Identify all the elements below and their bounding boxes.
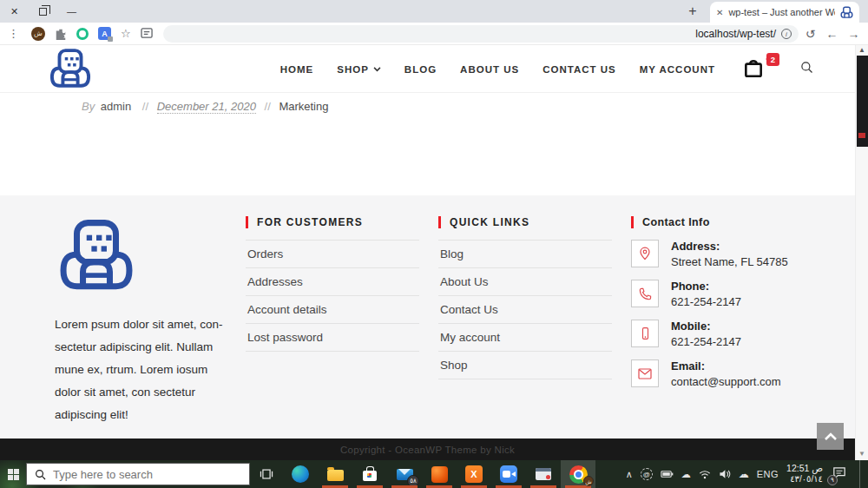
mobile-phone-icon	[631, 320, 659, 347]
window-restore-button[interactable]	[29, 0, 57, 23]
nav-item-shop[interactable]: SHOP	[337, 64, 381, 75]
footer-link-shop[interactable]: Shop	[438, 352, 612, 379]
footer-link-orders[interactable]: Orders	[246, 241, 419, 268]
contact-item-email: Email: contact@support.com	[631, 359, 835, 388]
taskbar-app-file-explorer[interactable]	[318, 460, 352, 488]
footer-about-column: Lorem psum dolor sit amet, con-sectetur …	[55, 216, 227, 426]
profile-avatar[interactable]: ش	[31, 27, 45, 41]
taskbar-search-box[interactable]	[26, 463, 250, 485]
wifi-icon[interactable]	[699, 470, 711, 479]
show-desktop-button[interactable]	[859, 460, 864, 488]
task-view-button[interactable]	[250, 460, 283, 488]
footer-link-account-details[interactable]: Account details	[246, 296, 419, 324]
window-close-button[interactable]: ✕	[0, 0, 29, 23]
tab-close-icon[interactable]: ✕	[716, 8, 723, 17]
minimize-icon: —	[67, 6, 76, 16]
footer-link-contact-us[interactable]: Contact Us	[438, 296, 612, 324]
tray-expand-chevron[interactable]: ∧	[626, 469, 633, 480]
taskbar-app-office[interactable]	[422, 460, 457, 488]
header-search-button[interactable]	[800, 61, 813, 77]
scrollbar-thumb[interactable]	[857, 56, 868, 147]
webpage: HOME SHOP BLOG ABOUT US CONTACT US MY AC…	[0, 45, 855, 460]
contact-item-phone: Phone: 621-254-2147	[631, 280, 835, 308]
restore-icon	[39, 8, 47, 16]
windows-logo-icon	[8, 469, 19, 480]
nav-item-blog[interactable]: BLOG	[404, 64, 437, 75]
taskbar-app-zoom[interactable]	[491, 460, 526, 488]
reload-icon[interactable]: ↺	[799, 27, 821, 41]
forward-arrow-icon[interactable]: →	[843, 27, 865, 41]
new-tab-button[interactable]: +	[682, 2, 703, 21]
scrollbar-up-arrow[interactable]: ▲	[856, 46, 868, 54]
translate-extension-icon[interactable]: A	[98, 27, 111, 40]
clock-date: ٤٣/٠٥/١٤	[786, 474, 823, 485]
site-logo-armchair[interactable]	[48, 48, 93, 91]
contact-item-mobile: Mobile: 621-254-2147	[631, 320, 835, 348]
chevron-up-icon	[825, 432, 837, 440]
taskbar-app-chrome[interactable]: ش	[561, 460, 595, 488]
taskbar-app-edge[interactable]	[283, 460, 318, 488]
red-accent-bar	[246, 216, 248, 228]
reading-list-icon[interactable]	[141, 28, 154, 39]
site-header: HOME SHOP BLOG ABOUT US CONTACT US MY AC…	[0, 45, 855, 93]
video-camera-icon	[500, 465, 517, 483]
page-scrollbar[interactable]: ▲ ▼	[855, 45, 868, 460]
language-indicator[interactable]: ENG	[757, 469, 779, 479]
footer-contact-column: Contact Info Address: Street Name, FL 54…	[631, 216, 835, 426]
start-button[interactable]	[0, 460, 26, 488]
tray-at-icon[interactable]: @	[641, 468, 653, 480]
cart-count-badge: 2	[766, 53, 779, 66]
address-bar[interactable]: localhost/wp-test/ i	[163, 25, 799, 43]
location-pin-icon	[631, 240, 659, 267]
footer-link-lost-password[interactable]: Lost password	[246, 324, 419, 352]
grammarly-extension-icon[interactable]	[76, 28, 89, 40]
meta-separator: //	[265, 100, 271, 113]
screenshot-tool-icon	[536, 468, 551, 480]
office-icon	[431, 466, 448, 483]
scroll-to-top-button[interactable]	[817, 423, 844, 450]
extensions-puzzle-icon[interactable]	[55, 28, 67, 40]
main-navigation: HOME SHOP BLOG ABOUT US CONTACT US MY AC…	[280, 45, 813, 93]
speaker-icon[interactable]	[719, 469, 731, 479]
notification-center-button[interactable]: ٩	[832, 466, 846, 483]
battery-icon[interactable]	[661, 470, 674, 478]
footer-link-blog[interactable]: Blog	[438, 241, 612, 268]
meta-separator: //	[142, 100, 148, 113]
xampp-icon: X	[465, 465, 483, 483]
taskbar-app-xampp[interactable]: X	[457, 460, 491, 488]
taskbar-app-store[interactable]	[352, 460, 387, 488]
site-info-icon[interactable]: i	[781, 29, 792, 39]
meta-category-link[interactable]: Marketing	[279, 100, 328, 113]
nav-item-contact-us[interactable]: CONTACT US	[542, 64, 616, 75]
back-arrow-icon[interactable]: ←	[821, 27, 843, 41]
browser-titlebar: ✕ — + ✕ wp-test – Just another WordPres	[0, 0, 868, 23]
search-icon	[800, 61, 813, 74]
nav-item-about-us[interactable]: ABOUT US	[460, 64, 519, 75]
nav-item-home[interactable]: HOME	[280, 64, 314, 75]
tab-title: wp-test – Just another WordPres	[728, 7, 835, 17]
bookmark-star-icon[interactable]: ☆	[121, 27, 131, 40]
window-minimize-button[interactable]: —	[57, 0, 86, 23]
taskbar-clock[interactable]: 12:51 ص ٤٣/٠٥/١٤	[786, 463, 823, 485]
browser-tab[interactable]: ✕ wp-test – Just another WordPres	[710, 2, 859, 23]
taskbar-app-mail[interactable]: ٥٨	[387, 460, 422, 488]
onedrive-cloud-icon[interactable]: ☁	[681, 469, 691, 480]
contact-widget-title: Contact Info	[631, 216, 835, 240]
meta-date: December 21, 2020	[157, 100, 256, 114]
footer-link-addresses[interactable]: Addresses	[246, 268, 419, 296]
url-text[interactable]: localhost/wp-test/	[695, 28, 776, 40]
chrome-profile-overlay: ش	[583, 476, 594, 486]
browser-menu-icon[interactable]: ⋮	[5, 27, 22, 40]
meta-author-link[interactable]: admin	[101, 100, 131, 113]
footer-link-my-account[interactable]: My account	[438, 324, 612, 352]
footer-about-text: Lorem psum dolor sit amet, con-sectetur …	[55, 313, 227, 426]
nav-item-my-account[interactable]: MY ACCOUNT	[640, 64, 715, 75]
shopping-bag-icon	[742, 56, 765, 79]
close-icon: ✕	[10, 6, 18, 17]
footer-link-about-us[interactable]: About Us	[438, 268, 612, 296]
taskbar-app-screenshot[interactable]	[526, 460, 561, 488]
cart-button[interactable]: 2	[742, 56, 765, 82]
taskbar-search-input[interactable]	[53, 468, 241, 481]
scrollbar-down-arrow[interactable]: ▼	[856, 450, 868, 458]
cloud-upload-icon[interactable]: ☁↑	[739, 468, 749, 480]
